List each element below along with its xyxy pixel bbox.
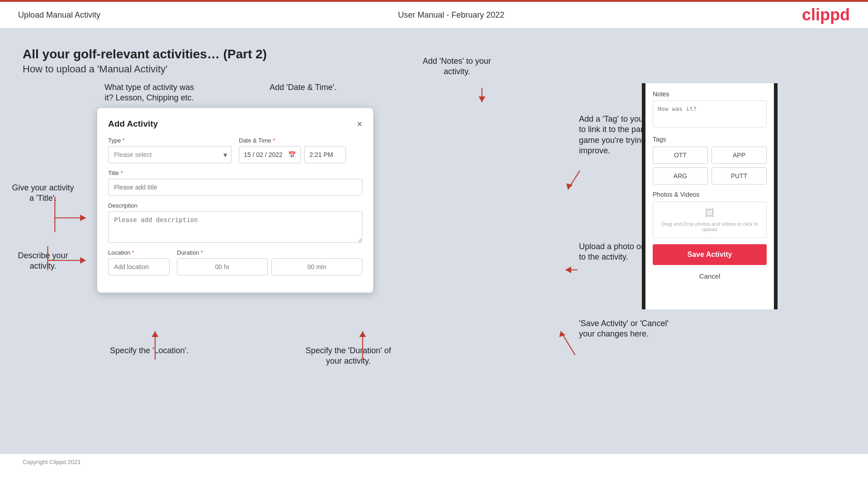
cancel-link[interactable]: Cancel [653,272,767,280]
svg-marker-13 [152,331,158,337]
duration-hours-input[interactable] [177,258,268,275]
location-label: Location * [108,249,170,256]
duration-label: Duration * [177,249,362,256]
photos-upload-area[interactable]: 🖼 Drag and Drop photos and videos or cli… [653,202,767,238]
svg-marker-8 [80,214,86,221]
page-title: Upload Manual Activity [18,10,100,20]
datetime-label: Date & Time * [239,137,362,144]
tags-section-label: Tags [653,136,767,143]
top-bar: Upload Manual Activity User Manual - Feb… [0,0,868,29]
date-input-wrapper[interactable]: 📅 [239,146,301,163]
svg-line-18 [568,171,579,190]
annotation-activity-type: What type of activity was it? Lesson, Ch… [104,82,194,104]
calendar-icon[interactable]: 📅 [288,151,296,158]
annotation-title: Give your activity a 'Title'. [9,183,77,204]
annotation-date-time: Add 'Date & Time'. [267,82,339,93]
dialog-header: Add Activity × [108,119,362,129]
date-input[interactable] [244,151,285,158]
annotation-save-cancel: 'Save Activity' or 'Cancel' your changes… [579,318,683,340]
duration-group: Duration * [177,249,362,275]
type-select[interactable]: Please select [108,146,232,163]
notes-section-label: Notes [653,90,767,98]
tag-app[interactable]: APP [711,147,767,164]
datetime-group: Date & Time * 📅 [239,137,362,163]
duration-inputs [177,258,362,275]
title-group: Title * [108,170,362,196]
location-duration-row: Location * Duration * [108,249,362,275]
add-activity-dialog: Add Activity × Type * Please select Date… [97,108,373,293]
time-input[interactable] [309,151,341,158]
photos-drag-text: Drag and Drop photos and videos or click… [653,221,766,232]
description-group: Description [108,202,362,243]
type-group: Type * Please select [108,137,232,163]
duration-minutes-input[interactable] [271,258,362,275]
photo-icon: 🖼 [705,208,715,219]
svg-marker-21 [565,266,571,273]
annotation-description: Describe your activity. [14,251,72,272]
dialog-title: Add Activity [108,119,158,129]
annotation-location: Specify the 'Location'. [109,346,190,356]
datetime-inputs: 📅 [239,146,362,163]
location-group: Location * [108,249,170,275]
svg-marker-15 [359,331,366,337]
footer: Copyright Clippd 2021 [0,454,868,470]
svg-marker-17 [479,96,485,102]
tag-putt[interactable]: PUTT [711,167,767,185]
type-select-wrapper[interactable]: Please select [108,146,232,163]
save-activity-button[interactable]: Save Activity [653,244,767,265]
svg-line-22 [561,331,575,355]
logo: clippd [802,5,850,24]
svg-marker-11 [80,257,86,264]
title-input[interactable] [108,179,362,196]
svg-marker-23 [559,331,565,337]
tags-grid: OTT APP ARG PUTT [653,147,767,185]
notes-textarea[interactable] [653,100,767,128]
copyright: Copyright Clippd 2021 [23,459,81,465]
notes-phone-panel: Notes Tags OTT APP ARG PUTT Photos & Vid… [642,83,778,309]
annotation-notes: Add 'Notes' to your activity. [412,56,502,77]
manual-title: User Manual - February 2022 [398,10,504,20]
description-textarea[interactable] [108,211,362,243]
close-button[interactable]: × [357,119,362,128]
tag-arg[interactable]: ARG [653,167,708,185]
main-content: All your golf-relevant activities… (Part… [0,29,868,454]
photos-section-label: Photos & Videos [653,191,767,198]
type-label: Type * [108,137,232,144]
title-field-label: Title * [108,170,362,176]
svg-marker-19 [566,184,573,190]
type-datetime-row: Type * Please select Date & Time * 📅 [108,137,362,163]
description-field-label: Description [108,202,362,209]
time-input-wrapper[interactable] [304,146,346,163]
location-input[interactable] [108,258,170,275]
annotation-duration: Specify the 'Duration' of your activity. [303,346,394,367]
tag-ott[interactable]: OTT [653,147,708,164]
